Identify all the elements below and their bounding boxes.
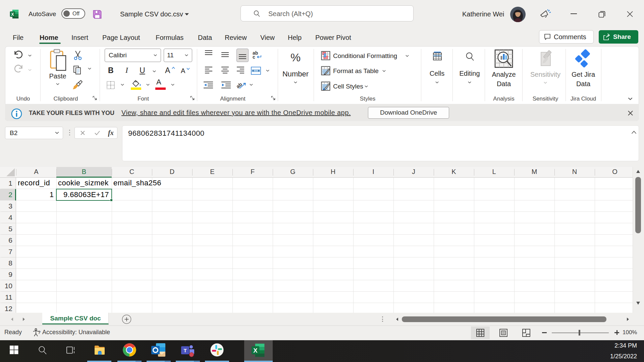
svg-text:T: T [183, 348, 186, 353]
svg-text:?: ? [38, 330, 41, 335]
svg-text:X: X [11, 12, 14, 17]
svg-text:X: X [253, 347, 258, 354]
